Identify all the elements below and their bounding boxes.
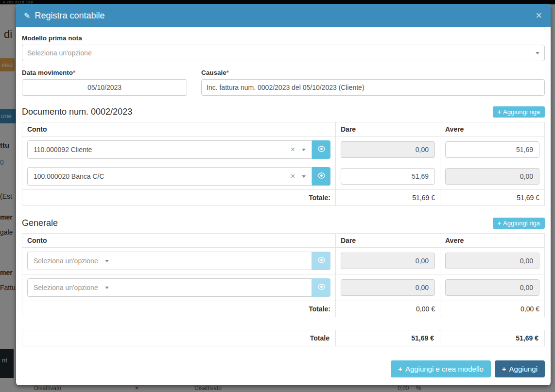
plus-icon: +	[398, 365, 402, 373]
column-header-dare: Dare	[336, 122, 440, 136]
view-account-button[interactable]	[312, 140, 330, 159]
generale-section-title: Generale	[22, 218, 58, 228]
dare-input	[341, 141, 435, 158]
chevron-down-icon	[105, 287, 109, 289]
add-row-label: Aggiungi riga	[503, 108, 540, 116]
conto-selected-value: 110.000092 Cliente	[34, 146, 92, 153]
documento-section-title: Documento num. 0002/2023	[22, 107, 132, 117]
column-header-conto: Conto	[22, 234, 336, 248]
grand-total-dare: 51,69 €	[336, 330, 440, 346]
view-account-button	[312, 278, 330, 297]
add-and-create-model-button[interactable]: +Aggiungi e crea modello	[391, 360, 491, 377]
modal-body: Modello prima nota Seleziona un'opzione …	[16, 27, 551, 352]
total-avere: 51,69 €	[440, 190, 545, 206]
dare-input	[341, 253, 435, 269]
causale-label: Causale*	[201, 69, 545, 76]
column-header-avere: Avere	[440, 234, 545, 248]
avere-input	[445, 253, 539, 269]
grand-total-table: Totale 51,69 € 51,69 €	[22, 330, 545, 346]
pencil-icon: ✎	[24, 11, 30, 20]
required-asterisk: *	[226, 69, 229, 76]
conto-selected-value: 100.000020 Banca C/C	[34, 172, 104, 180]
column-header-conto: Conto	[22, 122, 336, 136]
modal-header: ✎ Registra contabile ×	[16, 4, 551, 27]
eye-icon	[317, 172, 326, 180]
conto-select[interactable]: Seleziona un'opzione	[27, 252, 312, 270]
generale-table: Conto Dare Avere Seleziona un'opzione	[22, 233, 545, 317]
table-row: 100.000020 Banca C/C ×	[22, 163, 545, 190]
modello-placeholder: Seleziona un'opzione	[27, 49, 92, 57]
add-row-button-documento[interactable]: +Aggiungi riga	[493, 106, 545, 118]
total-avere: 0,00 €	[440, 301, 545, 317]
data-movimento-input[interactable]	[22, 79, 187, 96]
chevron-down-icon	[302, 175, 306, 178]
conto-select[interactable]: Seleziona un'opzione	[27, 278, 312, 297]
table-row: Seleziona un'opzione	[22, 274, 545, 301]
registra-contabile-modal: ✎ Registra contabile × Modello prima not…	[16, 4, 551, 385]
dare-input	[341, 279, 435, 296]
chevron-down-icon	[302, 149, 306, 151]
total-dare: 51,69 €	[336, 190, 440, 206]
close-icon[interactable]: ×	[535, 10, 543, 21]
table-row: 110.000092 Cliente ×	[22, 136, 545, 163]
grand-total-avere: 51,69 €	[440, 330, 545, 346]
clear-selection-icon[interactable]: ×	[291, 172, 295, 181]
grand-total-label: Totale	[22, 330, 336, 346]
modello-prima-nota-select[interactable]: Seleziona un'opzione	[22, 45, 545, 61]
data-movimento-label-text: Data movimento	[22, 69, 73, 76]
plus-icon: +	[498, 220, 502, 227]
avere-input[interactable]	[445, 141, 539, 158]
add-button[interactable]: +Aggiungi	[495, 360, 545, 377]
eye-icon	[317, 146, 326, 153]
grand-total-row: Totale 51,69 € 51,69 €	[22, 330, 545, 346]
view-account-button[interactable]	[312, 167, 330, 186]
totals-row: Totale: 51,69 € 51,69 €	[22, 190, 545, 206]
chevron-down-icon	[105, 260, 109, 262]
clear-selection-icon[interactable]: ×	[291, 145, 295, 154]
modal-title: Registra contabile	[35, 11, 104, 21]
table-row: Seleziona un'opzione	[22, 248, 545, 274]
totals-row: Totale: 0,00 € 0,00 €	[22, 301, 545, 317]
required-asterisk: *	[73, 69, 75, 76]
conto-placeholder: Seleziona un'opzione	[34, 257, 98, 265]
data-movimento-label: Data movimento*	[22, 69, 187, 76]
add-row-button-generale[interactable]: +Aggiungi riga	[493, 218, 545, 229]
avere-input	[445, 168, 539, 185]
dare-input[interactable]	[341, 168, 435, 185]
plus-icon: +	[498, 108, 502, 116]
documento-table: Conto Dare Avere 110.000092 Cliente ×	[22, 122, 545, 206]
add-label: Aggiungi	[509, 365, 538, 373]
causale-input[interactable]	[201, 79, 545, 96]
view-account-button	[312, 252, 330, 270]
plus-icon: +	[502, 365, 506, 373]
modello-prima-nota-label: Modello prima nota	[22, 34, 545, 42]
conto-select[interactable]: 110.000092 Cliente ×	[27, 140, 312, 159]
conto-placeholder: Seleziona un'opzione	[34, 284, 98, 291]
add-and-create-model-label: Aggiungi e crea modello	[405, 365, 484, 373]
modal-footer: +Aggiungi e crea modello +Aggiungi	[16, 353, 551, 385]
column-header-avere: Avere	[440, 122, 545, 136]
add-row-label: Aggiungi riga	[503, 220, 540, 227]
total-label: Totale:	[22, 190, 336, 206]
chevron-down-icon	[536, 52, 539, 54]
avere-input	[445, 279, 539, 296]
total-label: Totale:	[22, 301, 336, 317]
eye-icon	[317, 284, 326, 291]
total-dare: 0,00 €	[336, 301, 440, 317]
column-header-dare: Dare	[336, 234, 440, 248]
eye-icon	[317, 257, 326, 265]
conto-select[interactable]: 100.000020 Banca C/C ×	[27, 167, 312, 186]
causale-label-text: Causale	[201, 69, 226, 76]
